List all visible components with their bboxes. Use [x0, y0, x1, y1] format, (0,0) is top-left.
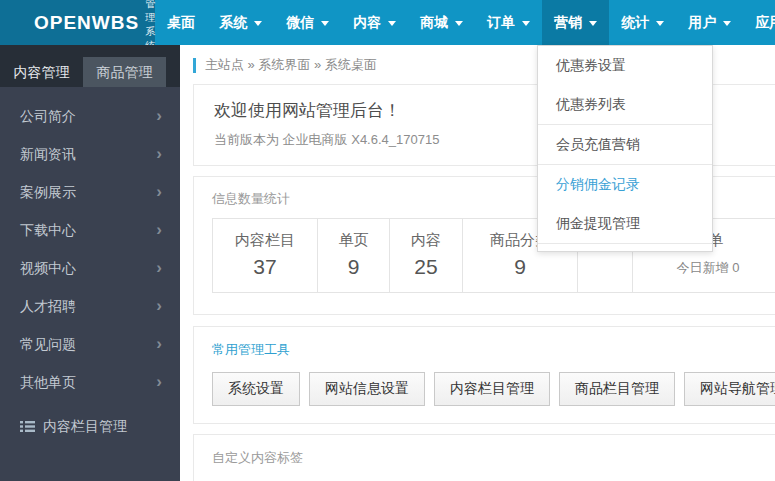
content-column-manage-button[interactable]: 内容栏目管理 — [434, 372, 550, 406]
sidebar-item-news[interactable]: 新闻资讯› — [0, 135, 180, 173]
nav-item-app[interactable]: 应用 — [743, 0, 775, 45]
chevron-down-icon — [254, 21, 262, 26]
top-navbar: OPENWBS 管理系统 桌面 系统 微信 内容 商城 订单 营销 统计 用户 … — [0, 0, 775, 45]
nav-item-stats[interactable]: 统计 — [609, 0, 676, 45]
marketing-dropdown-menu: 优惠券设置 优惠券列表 会员充值营销 分销佣金记录 佣金提现管理 — [537, 45, 713, 252]
sidebar: 内容管理 商品管理 公司简介› 新闻资讯› 案例展示› 下载中心› 视频中心› … — [0, 45, 180, 481]
sidebar-item-jobs[interactable]: 人才招聘› — [0, 287, 180, 325]
chevron-right-icon: › — [156, 325, 162, 363]
nav-item-marketing[interactable]: 营销 — [542, 0, 609, 45]
nav-item-content[interactable]: 内容 — [341, 0, 408, 45]
chevron-down-icon — [388, 21, 396, 26]
sidebar-item-cases[interactable]: 案例展示› — [0, 173, 180, 211]
nav-item-system[interactable]: 系统 — [207, 0, 274, 45]
menu-item-member-recharge-marketing[interactable]: 会员充值营销 — [538, 125, 712, 164]
app-logo: OPENWBS 管理系统 — [0, 0, 155, 45]
tab-content-manage[interactable]: 内容管理 — [0, 57, 83, 87]
stat-single-pages: 单页 9 — [318, 219, 390, 292]
chevron-right-icon: › — [156, 287, 162, 325]
tab-product-manage[interactable]: 商品管理 — [83, 57, 166, 87]
sidebar-item-videos[interactable]: 视频中心› — [0, 249, 180, 287]
tags-card: 自定义内容标签 【OpenWBS建站系统 www.openwbs.com】 in… — [193, 434, 775, 481]
tools-section-title[interactable]: 常用管理工具 — [212, 341, 775, 359]
menu-item-distribution-commission-records[interactable]: 分销佣金记录 — [538, 165, 712, 204]
sidebar-tabs: 内容管理 商品管理 — [0, 45, 180, 87]
chevron-down-icon — [455, 21, 463, 26]
sidebar-item-other-pages[interactable]: 其他单页› — [0, 363, 180, 401]
chevron-right-icon: › — [156, 249, 162, 287]
sidebar-item-faq[interactable]: 常见问题› — [0, 325, 180, 363]
list-icon — [20, 420, 35, 433]
tools-button-row: 系统设置 网站信息设置 内容栏目管理 商品栏目管理 网站导航管理 — [212, 372, 775, 406]
chevron-right-icon: › — [156, 173, 162, 211]
sidebar-menu: 公司简介› 新闻资讯› 案例展示› 下载中心› 视频中心› 人才招聘› 常见问题… — [0, 87, 180, 401]
menu-item-coupon-settings[interactable]: 优惠券设置 — [538, 46, 712, 85]
site-nav-manage-button[interactable]: 网站导航管理 — [684, 372, 775, 406]
chevron-right-icon: › — [156, 211, 162, 249]
main-menu: 桌面 系统 微信 内容 商城 订单 营销 统计 用户 应用 — [155, 0, 775, 45]
site-info-settings-button[interactable]: 网站信息设置 — [309, 372, 425, 406]
chevron-down-icon — [589, 21, 597, 26]
system-settings-button[interactable]: 系统设置 — [212, 372, 300, 406]
chevron-right-icon: › — [156, 97, 162, 135]
nav-item-desktop[interactable]: 桌面 — [155, 0, 207, 45]
chevron-down-icon — [522, 21, 530, 26]
menu-item-commission-withdrawal-manage[interactable]: 佣金提现管理 — [538, 204, 712, 243]
breadcrumb-text: 主站点 » 系统界面 » 系统桌面 — [205, 56, 377, 74]
tools-card: 常用管理工具 系统设置 网站信息设置 内容栏目管理 商品栏目管理 网站导航管理 — [193, 326, 775, 424]
nav-item-order[interactable]: 订单 — [475, 0, 542, 45]
menu-divider — [538, 243, 712, 244]
sidebar-item-content-column-manage[interactable]: 内容栏目管理 — [0, 407, 180, 445]
menu-item-coupon-list[interactable]: 优惠券列表 — [538, 85, 712, 124]
logo-text: OPENWBS — [34, 12, 139, 34]
tags-section-title: 自定义内容标签 — [212, 449, 775, 467]
stat-content-columns: 内容栏目 37 — [213, 219, 318, 292]
breadcrumb-accent-bar — [193, 58, 196, 73]
chevron-down-icon — [656, 21, 664, 26]
chevron-down-icon — [723, 21, 731, 26]
sidebar-item-company-profile[interactable]: 公司简介› — [0, 97, 180, 135]
nav-item-mall[interactable]: 商城 — [408, 0, 475, 45]
app-window: OPENWBS 管理系统 桌面 系统 微信 内容 商城 订单 营销 统计 用户 … — [0, 0, 775, 481]
chevron-down-icon — [321, 21, 329, 26]
chevron-right-icon: › — [156, 135, 162, 173]
product-column-manage-button[interactable]: 商品栏目管理 — [559, 372, 675, 406]
chevron-right-icon: › — [156, 363, 162, 401]
stat-contents: 内容 25 — [390, 219, 463, 292]
nav-item-wechat[interactable]: 微信 — [274, 0, 341, 45]
sidebar-item-downloads[interactable]: 下载中心› — [0, 211, 180, 249]
nav-item-user[interactable]: 用户 — [676, 0, 743, 45]
